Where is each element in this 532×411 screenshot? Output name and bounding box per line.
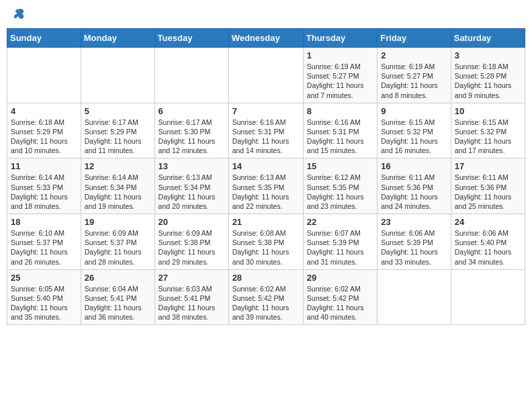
calendar-cell: 3Sunrise: 6:18 AM Sunset: 5:28 PM Daylig… [451, 48, 525, 103]
day-number: 24 [455, 217, 521, 227]
day-info: Sunrise: 6:11 AM Sunset: 5:36 PM Dayligh… [455, 173, 521, 211]
day-number: 10 [455, 106, 521, 116]
day-info: Sunrise: 6:16 AM Sunset: 5:31 PM Dayligh… [232, 118, 300, 156]
calendar-cell: 8Sunrise: 6:16 AM Sunset: 5:31 PM Daylig… [303, 103, 377, 158]
day-info: Sunrise: 6:16 AM Sunset: 5:31 PM Dayligh… [307, 118, 373, 156]
day-number: 16 [381, 161, 447, 171]
week-row-4: 18Sunrise: 6:10 AM Sunset: 5:37 PM Dayli… [7, 214, 525, 270]
week-row-5: 25Sunrise: 6:05 AM Sunset: 5:40 PM Dayli… [7, 269, 525, 325]
day-info: Sunrise: 6:17 AM Sunset: 5:30 PM Dayligh… [159, 118, 225, 156]
calendar-body: 1Sunrise: 6:19 AM Sunset: 5:27 PM Daylig… [7, 48, 525, 325]
calendar-cell: 13Sunrise: 6:13 AM Sunset: 5:34 PM Dayli… [154, 158, 228, 214]
day-number: 11 [11, 161, 77, 171]
day-info: Sunrise: 6:12 AM Sunset: 5:35 PM Dayligh… [307, 173, 373, 211]
day-info: Sunrise: 6:08 AM Sunset: 5:38 PM Dayligh… [232, 228, 300, 267]
day-info: Sunrise: 6:09 AM Sunset: 5:37 PM Dayligh… [85, 228, 151, 267]
day-number: 25 [11, 273, 77, 283]
day-number: 22 [307, 217, 373, 227]
calendar-cell [378, 269, 451, 325]
calendar-cell [451, 269, 525, 325]
day-number: 9 [381, 106, 447, 116]
calendar-cell: 27Sunrise: 6:03 AM Sunset: 5:41 PM Dayli… [154, 269, 228, 325]
calendar-cell: 16Sunrise: 6:11 AM Sunset: 5:36 PM Dayli… [378, 158, 451, 214]
day-number: 12 [85, 161, 151, 171]
calendar-cell: 7Sunrise: 6:16 AM Sunset: 5:31 PM Daylig… [228, 103, 303, 158]
day-info: Sunrise: 6:02 AM Sunset: 5:42 PM Dayligh… [307, 284, 373, 322]
calendar-cell [81, 48, 154, 103]
calendar-cell: 29Sunrise: 6:02 AM Sunset: 5:42 PM Dayli… [303, 269, 377, 325]
calendar-cell [7, 48, 81, 103]
day-info: Sunrise: 6:14 AM Sunset: 5:33 PM Dayligh… [11, 173, 77, 211]
day-number: 6 [159, 106, 225, 116]
calendar-cell: 9Sunrise: 6:15 AM Sunset: 5:32 PM Daylig… [378, 103, 451, 158]
day-info: Sunrise: 6:02 AM Sunset: 5:42 PM Dayligh… [232, 284, 300, 322]
calendar-cell: 10Sunrise: 6:15 AM Sunset: 5:32 PM Dayli… [451, 103, 525, 158]
calendar-cell: 17Sunrise: 6:11 AM Sunset: 5:36 PM Dayli… [451, 158, 525, 214]
day-info: Sunrise: 6:07 AM Sunset: 5:39 PM Dayligh… [307, 228, 373, 267]
day-info: Sunrise: 6:10 AM Sunset: 5:37 PM Dayligh… [11, 228, 77, 267]
day-info: Sunrise: 6:13 AM Sunset: 5:34 PM Dayligh… [159, 173, 225, 211]
calendar-cell: 23Sunrise: 6:06 AM Sunset: 5:39 PM Dayli… [378, 214, 451, 270]
header [7, 7, 525, 24]
day-info: Sunrise: 6:19 AM Sunset: 5:27 PM Dayligh… [307, 62, 373, 100]
calendar-cell: 12Sunrise: 6:14 AM Sunset: 5:34 PM Dayli… [81, 158, 154, 214]
dow-monday: Monday [81, 29, 154, 48]
calendar-cell: 14Sunrise: 6:13 AM Sunset: 5:35 PM Dayli… [228, 158, 303, 214]
day-number: 2 [381, 50, 447, 60]
day-info: Sunrise: 6:03 AM Sunset: 5:41 PM Dayligh… [159, 284, 225, 322]
day-info: Sunrise: 6:04 AM Sunset: 5:41 PM Dayligh… [85, 284, 151, 322]
day-number: 13 [159, 161, 225, 171]
day-info: Sunrise: 6:11 AM Sunset: 5:36 PM Dayligh… [381, 173, 447, 211]
dow-tuesday: Tuesday [154, 29, 228, 48]
calendar-cell: 22Sunrise: 6:07 AM Sunset: 5:39 PM Dayli… [303, 214, 377, 270]
calendar-cell: 19Sunrise: 6:09 AM Sunset: 5:37 PM Dayli… [81, 214, 154, 270]
dow-sunday: Sunday [7, 29, 81, 48]
dow-saturday: Saturday [451, 29, 525, 48]
calendar-cell: 2Sunrise: 6:19 AM Sunset: 5:27 PM Daylig… [378, 48, 451, 103]
calendar-cell [228, 48, 303, 103]
calendar-cell: 25Sunrise: 6:05 AM Sunset: 5:40 PM Dayli… [7, 269, 81, 325]
calendar-cell: 24Sunrise: 6:06 AM Sunset: 5:40 PM Dayli… [451, 214, 525, 270]
calendar-cell: 11Sunrise: 6:14 AM Sunset: 5:33 PM Dayli… [7, 158, 81, 214]
calendar-cell: 1Sunrise: 6:19 AM Sunset: 5:27 PM Daylig… [303, 48, 377, 103]
week-row-2: 4Sunrise: 6:18 AM Sunset: 5:29 PM Daylig… [7, 103, 525, 158]
day-info: Sunrise: 6:09 AM Sunset: 5:38 PM Dayligh… [159, 228, 225, 267]
day-info: Sunrise: 6:15 AM Sunset: 5:32 PM Dayligh… [381, 118, 447, 156]
day-number: 15 [307, 161, 373, 171]
day-number: 4 [11, 106, 77, 116]
calendar-cell: 26Sunrise: 6:04 AM Sunset: 5:41 PM Dayli… [81, 269, 154, 325]
week-row-3: 11Sunrise: 6:14 AM Sunset: 5:33 PM Dayli… [7, 158, 525, 214]
day-info: Sunrise: 6:05 AM Sunset: 5:40 PM Dayligh… [11, 284, 77, 322]
bird-icon [11, 7, 26, 21]
calendar-cell: 20Sunrise: 6:09 AM Sunset: 5:38 PM Dayli… [154, 214, 228, 270]
calendar-cell [154, 48, 228, 103]
day-number: 28 [232, 273, 300, 283]
day-number: 23 [381, 217, 447, 227]
day-info: Sunrise: 6:15 AM Sunset: 5:32 PM Dayligh… [455, 118, 521, 156]
calendar-cell: 15Sunrise: 6:12 AM Sunset: 5:35 PM Dayli… [303, 158, 377, 214]
day-number: 14 [232, 161, 300, 171]
day-number: 3 [455, 50, 521, 60]
days-of-week-header: SundayMondayTuesdayWednesdayThursdayFrid… [7, 29, 525, 48]
calendar-cell: 4Sunrise: 6:18 AM Sunset: 5:29 PM Daylig… [7, 103, 81, 158]
day-number: 20 [159, 217, 225, 227]
dow-wednesday: Wednesday [228, 29, 303, 48]
day-number: 1 [307, 50, 373, 60]
day-number: 27 [159, 273, 225, 283]
dow-friday: Friday [378, 29, 451, 48]
day-info: Sunrise: 6:19 AM Sunset: 5:27 PM Dayligh… [381, 62, 447, 100]
day-info: Sunrise: 6:18 AM Sunset: 5:29 PM Dayligh… [11, 118, 77, 156]
day-info: Sunrise: 6:14 AM Sunset: 5:34 PM Dayligh… [85, 173, 151, 211]
calendar-cell: 21Sunrise: 6:08 AM Sunset: 5:38 PM Dayli… [228, 214, 303, 270]
week-row-1: 1Sunrise: 6:19 AM Sunset: 5:27 PM Daylig… [7, 48, 525, 103]
calendar-table: SundayMondayTuesdayWednesdayThursdayFrid… [7, 28, 525, 325]
day-number: 5 [85, 106, 151, 116]
day-number: 29 [307, 273, 373, 283]
calendar-cell: 6Sunrise: 6:17 AM Sunset: 5:30 PM Daylig… [154, 103, 228, 158]
day-info: Sunrise: 6:06 AM Sunset: 5:40 PM Dayligh… [455, 228, 521, 267]
dow-thursday: Thursday [303, 29, 377, 48]
logo [11, 9, 26, 21]
day-number: 19 [85, 217, 151, 227]
day-info: Sunrise: 6:18 AM Sunset: 5:28 PM Dayligh… [455, 62, 521, 100]
day-number: 17 [455, 161, 521, 171]
